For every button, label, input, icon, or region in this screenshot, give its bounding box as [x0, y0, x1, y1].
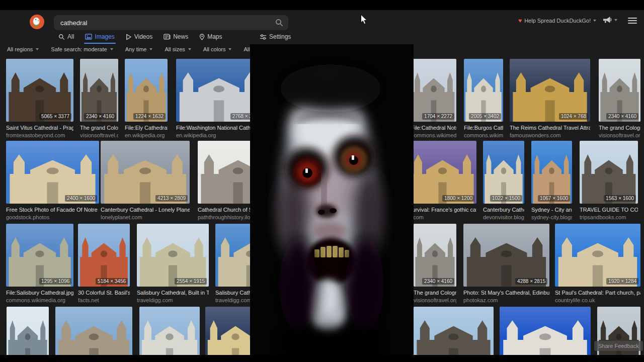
help-spread-link[interactable]: ♥ Help Spread DuckDuckGo!: [518, 17, 596, 24]
result-thumbnail[interactable]: 1067 × 1600: [531, 141, 572, 204]
result-thumbnail[interactable]: [414, 307, 494, 355]
result-title[interactable]: The Reims Cathedral Travel Attractio...: [510, 125, 590, 131]
filter-all-regions[interactable]: All regions: [7, 46, 39, 52]
image-result-tile[interactable]: 5065 × 3377Saint Vitus Cathedral - Pragu…: [6, 59, 73, 138]
tab-news[interactable]: News: [164, 33, 188, 44]
result-title[interactable]: File:Burgos Cathe...: [464, 125, 503, 131]
result-thumbnail[interactable]: 1295 × 1096: [6, 224, 73, 287]
tab-settings[interactable]: Settings: [260, 33, 291, 40]
image-result-tile[interactable]: 2400 × 1600Free Stock Photo of Facade Of…: [6, 141, 99, 220]
image-result-tile[interactable]: [500, 307, 591, 355]
image-result-tile[interactable]: 1224 × 1632File:Ely Cathedral 3...en.wik…: [125, 59, 168, 138]
share-feedback-button[interactable]: Share Feedback: [594, 341, 643, 351]
result-title[interactable]: File:Ely Cathedral 3...: [125, 125, 168, 131]
result-title[interactable]: File:Washington National Cathedral: [176, 125, 262, 131]
result-thumbnail[interactable]: [500, 307, 591, 355]
result-title[interactable]: The grand Cologn...: [80, 125, 118, 131]
result-source: commons.wikimedia...: [411, 132, 456, 138]
result-title[interactable]: Canterbury Cathedral - Lonely Planet: [101, 207, 190, 213]
tab-videos[interactable]: Videos: [126, 33, 152, 44]
result-title[interactable]: Canterbury Cathe...: [483, 207, 524, 213]
result-title[interactable]: Saint Vitus Cathedral - Pragu...: [6, 125, 73, 131]
image-result-tile[interactable]: 1563 × 1600TRAVEL GUIDE TO COLOG...trips…: [580, 141, 638, 220]
result-thumbnail[interactable]: 1022 × 1500: [483, 141, 524, 204]
result-thumbnail[interactable]: 2340 × 4160: [599, 59, 640, 122]
result-thumbnail[interactable]: 2554 × 1915: [137, 224, 209, 287]
result-thumbnail[interactable]: 1224 × 1632: [125, 59, 168, 122]
image-result-tile[interactable]: [414, 307, 494, 355]
image-result-tile[interactable]: 2340 × 4160The grand Cologn...visionsoft…: [80, 59, 118, 138]
image-result-tile[interactable]: 2340 × 4160The grand Cologn...visionsoft…: [599, 59, 640, 138]
result-thumbnail[interactable]: 1704 × 2272: [411, 59, 456, 122]
image-result-tile[interactable]: 1067 × 1600Sydney - City and ...sydney-c…: [531, 141, 572, 220]
letterbox-bottom: [0, 355, 644, 362]
result-title[interactable]: Free Stock Photo of Facade Of Notre Da..…: [6, 207, 99, 213]
tab-maps[interactable]: Maps: [199, 33, 222, 44]
announcements-button[interactable]: [603, 16, 617, 24]
result-source: goodstock.photos: [6, 214, 99, 220]
image-result-tile[interactable]: 2340 × 4160The grand Cologn...visionsoft…: [414, 224, 456, 303]
image-result-tile[interactable]: 1800 × 1200Survival: France's gothic cat…: [409, 141, 476, 220]
search-input[interactable]: [54, 19, 275, 27]
image-result-tile[interactable]: [55, 307, 132, 355]
result-thumbnail[interactable]: 1920 × 1284: [555, 224, 640, 287]
duckduckgo-logo-icon[interactable]: [30, 15, 44, 29]
result-title[interactable]: The grand Cologn...: [414, 290, 456, 296]
result-thumbnail[interactable]: 1024 × 768: [510, 59, 590, 122]
result-title[interactable]: TRAVEL GUIDE TO COLOG...: [580, 207, 638, 213]
result-thumbnail[interactable]: 5184 × 3456: [78, 224, 130, 287]
image-result-tile[interactable]: 4213 × 2809Canterbury Cathedral - Lonely…: [101, 141, 190, 220]
result-thumbnail[interactable]: 2400 × 1600: [6, 141, 99, 204]
result-thumbnail[interactable]: 2340 × 4160: [414, 224, 456, 287]
filter-all-sizes[interactable]: All sizes: [165, 46, 191, 52]
result-title[interactable]: Sydney - City and ...: [531, 207, 572, 213]
image-result-tile[interactable]: 1920 × 1284St Paul's Cathedral: Part chu…: [555, 224, 640, 303]
image-result-tile[interactable]: 2005 × 3402File:Burgos Cathe...commons.w…: [464, 59, 503, 138]
tab-images[interactable]: Images: [85, 33, 114, 44]
image-result-tile[interactable]: 1295 × 1096File:Salisbury Cathedral.jpg …: [6, 224, 73, 303]
image-result-tile[interactable]: 4288 × 2815Photo: St Mary's Cathedral, E…: [463, 224, 549, 303]
image-dimensions-badge: 1067 × 1600: [538, 195, 570, 202]
result-thumbnail[interactable]: [55, 307, 132, 355]
menu-button[interactable]: [628, 18, 637, 24]
search-icon[interactable]: [275, 19, 283, 27]
result-thumbnail[interactable]: 2005 × 3402: [464, 59, 503, 122]
result-thumbnail[interactable]: 2340 × 4160: [80, 59, 118, 122]
image-result-tile[interactable]: 2768 × 220File:Washington National Cathe…: [176, 59, 262, 138]
result-source: visionsoftravel.org: [80, 132, 118, 138]
image-result-tile[interactable]: 1704 × 2272File:Cathedral Notr...commons…: [411, 59, 456, 138]
image-result-tile[interactable]: [7, 307, 49, 355]
filter-all-colors[interactable]: All colors: [203, 46, 232, 52]
image-result-tile[interactable]: 1022 × 1500Canterbury Cathe...devonvisit…: [483, 141, 524, 220]
result-title[interactable]: Photo: St Mary's Cathedral, Edinburgh, .…: [463, 290, 549, 296]
result-title[interactable]: 30 Colorful St. Basil's C...: [78, 290, 130, 296]
result-thumbnail[interactable]: 2768 × 220: [176, 59, 262, 122]
image-result-tile[interactable]: 1024 × 768The Reims Cathedral Travel Att…: [510, 59, 590, 138]
result-title[interactable]: Survival: France's gothic cathe...: [409, 207, 476, 213]
result-title[interactable]: Salisbury Cathedral, Built in The S...: [137, 290, 209, 296]
search-bar[interactable]: [54, 15, 288, 30]
image-result-tile[interactable]: [139, 307, 200, 355]
result-title[interactable]: File:Cathedral Notr...: [411, 125, 456, 131]
result-thumbnail[interactable]: 4213 × 2809: [101, 141, 190, 204]
result-thumbnail[interactable]: 4288 × 2815: [463, 224, 549, 287]
result-source: visionsoftravel.org: [414, 297, 456, 303]
result-title[interactable]: File:Salisbury Cathedral.jpg - ...: [6, 290, 73, 296]
image-result-tile[interactable]: 2554 × 1915Salisbury Cathedral, Built in…: [137, 224, 209, 303]
image-result-tile[interactable]: 5184 × 345630 Colorful St. Basil's C...f…: [78, 224, 130, 303]
result-thumbnail[interactable]: 5065 × 3377: [6, 59, 73, 122]
result-title[interactable]: The grand Cologn...: [599, 125, 640, 131]
filter-any-time[interactable]: Any time: [125, 46, 153, 52]
result-thumbnail[interactable]: 1800 × 1200: [409, 141, 476, 204]
result-title[interactable]: St Paul's Cathedral: Part church, part s…: [555, 290, 640, 296]
filter-safe-search[interactable]: Safe search: moderate: [51, 46, 113, 52]
image-dimensions-badge: 1295 × 1096: [39, 278, 71, 285]
result-thumbnail[interactable]: [7, 307, 49, 355]
result-source: sydney-city.blogspo...: [531, 214, 572, 220]
result-source: en.wikipedia.org: [176, 132, 262, 138]
result-thumbnail[interactable]: [139, 307, 200, 355]
image-dimensions-badge: 2340 × 4160: [84, 113, 116, 120]
tab-all[interactable]: All: [58, 33, 74, 44]
chevron-down-icon: [149, 48, 152, 50]
result-thumbnail[interactable]: 1563 × 1600: [580, 141, 638, 204]
